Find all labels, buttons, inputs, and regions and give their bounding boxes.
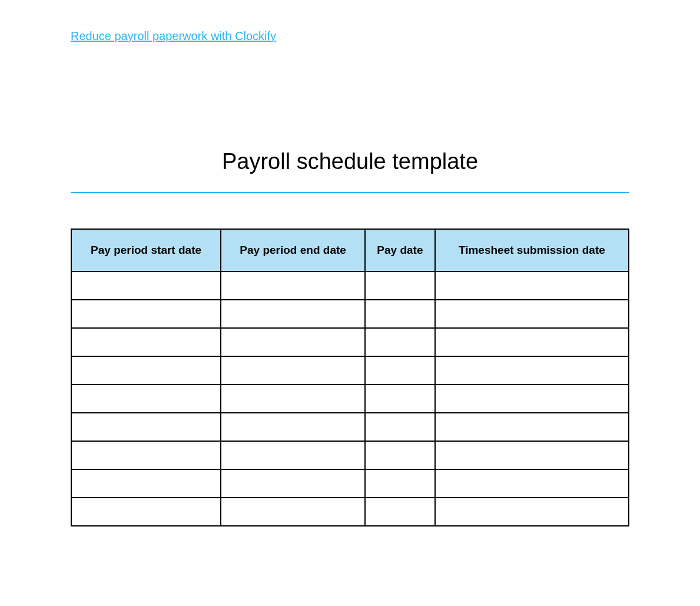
table-row <box>71 469 629 498</box>
table-cell[interactable] <box>71 441 221 469</box>
table-cell[interactable] <box>365 385 435 413</box>
table-cell[interactable] <box>71 328 221 356</box>
page-title: Payroll schedule template <box>71 149 629 174</box>
payroll-schedule-table: Pay period start date Pay period end dat… <box>71 229 629 526</box>
table-cell[interactable] <box>71 300 221 328</box>
table-cell[interactable] <box>365 356 435 385</box>
table-row <box>71 328 629 356</box>
table-cell[interactable] <box>435 413 629 441</box>
table-cell[interactable] <box>435 300 629 328</box>
table-cell[interactable] <box>221 385 365 413</box>
table-cell[interactable] <box>221 356 365 385</box>
table-cell[interactable] <box>435 441 629 469</box>
table-cell[interactable] <box>71 498 221 526</box>
col-header-submission-date: Timesheet submission date <box>435 229 629 271</box>
table-cell[interactable] <box>435 271 629 300</box>
table-cell[interactable] <box>71 356 221 385</box>
table-cell[interactable] <box>365 328 435 356</box>
table-cell[interactable] <box>221 300 365 328</box>
table-row <box>71 271 629 300</box>
table-cell[interactable] <box>71 469 221 498</box>
table-cell[interactable] <box>71 271 221 300</box>
table-cell[interactable] <box>435 328 629 356</box>
table-cell[interactable] <box>435 356 629 385</box>
table-cell[interactable] <box>435 385 629 413</box>
table-cell[interactable] <box>435 469 629 498</box>
table-cell[interactable] <box>221 469 365 498</box>
table-header-row: Pay period start date Pay period end dat… <box>71 229 629 271</box>
table-row <box>71 300 629 328</box>
table-cell[interactable] <box>71 413 221 441</box>
table-cell[interactable] <box>221 441 365 469</box>
table-cell[interactable] <box>365 441 435 469</box>
table-cell[interactable] <box>365 498 435 526</box>
table-cell[interactable] <box>71 385 221 413</box>
table-cell[interactable] <box>435 498 629 526</box>
table-cell[interactable] <box>221 498 365 526</box>
table-cell[interactable] <box>221 271 365 300</box>
table-cell[interactable] <box>221 328 365 356</box>
table-row <box>71 441 629 469</box>
table-row <box>71 498 629 526</box>
table-cell[interactable] <box>365 413 435 441</box>
col-header-start-date: Pay period start date <box>71 229 221 271</box>
table-row <box>71 356 629 385</box>
table-cell[interactable] <box>365 271 435 300</box>
table-cell[interactable] <box>365 300 435 328</box>
table-cell[interactable] <box>365 469 435 498</box>
table-row <box>71 385 629 413</box>
table-cell[interactable] <box>221 413 365 441</box>
col-header-end-date: Pay period end date <box>221 229 365 271</box>
col-header-pay-date: Pay date <box>365 229 435 271</box>
title-divider <box>71 192 629 193</box>
promo-link[interactable]: Reduce payroll paperwork with Clockify <box>71 29 276 42</box>
table-row <box>71 413 629 441</box>
